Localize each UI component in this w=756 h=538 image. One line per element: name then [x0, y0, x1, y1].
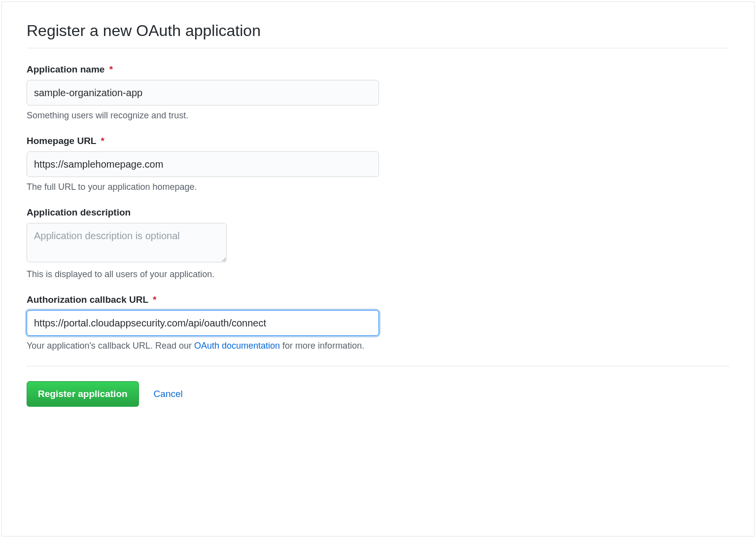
callback-url-hint-suffix: for more information. [280, 341, 364, 351]
homepage-url-group: Homepage URL * The full URL to your appl… [27, 136, 729, 192]
required-asterisk-icon: * [153, 294, 156, 305]
cancel-button[interactable]: Cancel [154, 389, 183, 399]
callback-url-group: Authorization callback URL * Your applic… [27, 294, 729, 351]
callback-url-label: Authorization callback URL * [27, 294, 729, 305]
oauth-documentation-link[interactable]: OAuth documentation [194, 341, 280, 351]
application-name-label: Application name * [27, 64, 729, 75]
required-asterisk-icon: * [101, 136, 104, 146]
description-hint: This is displayed to all users of your a… [27, 269, 729, 280]
callback-url-hint-prefix: Your application's callback URL. Read ou… [27, 341, 194, 351]
description-label: Application description [27, 207, 729, 218]
homepage-url-input[interactable] [27, 151, 379, 177]
application-name-hint: Something users will recognize and trust… [27, 110, 729, 121]
homepage-url-label: Homepage URL * [27, 136, 729, 146]
required-asterisk-icon: * [109, 64, 113, 74]
application-name-input[interactable] [27, 80, 379, 106]
oauth-register-container: Register a new OAuth application Applica… [1, 1, 755, 537]
callback-url-input[interactable] [27, 310, 379, 336]
homepage-url-hint: The full URL to your application homepag… [27, 182, 729, 192]
callback-url-hint: Your application's callback URL. Read ou… [27, 341, 729, 351]
callback-url-label-text: Authorization callback URL [27, 294, 148, 305]
register-application-button[interactable]: Register application [27, 381, 139, 407]
description-group: Application description This is displaye… [27, 207, 729, 280]
homepage-url-label-text: Homepage URL [27, 136, 96, 146]
description-textarea[interactable] [27, 223, 227, 262]
application-name-label-text: Application name [27, 64, 104, 74]
application-name-group: Application name * Something users will … [27, 64, 729, 121]
page-title: Register a new OAuth application [27, 22, 729, 48]
action-row: Register application Cancel [27, 366, 729, 407]
